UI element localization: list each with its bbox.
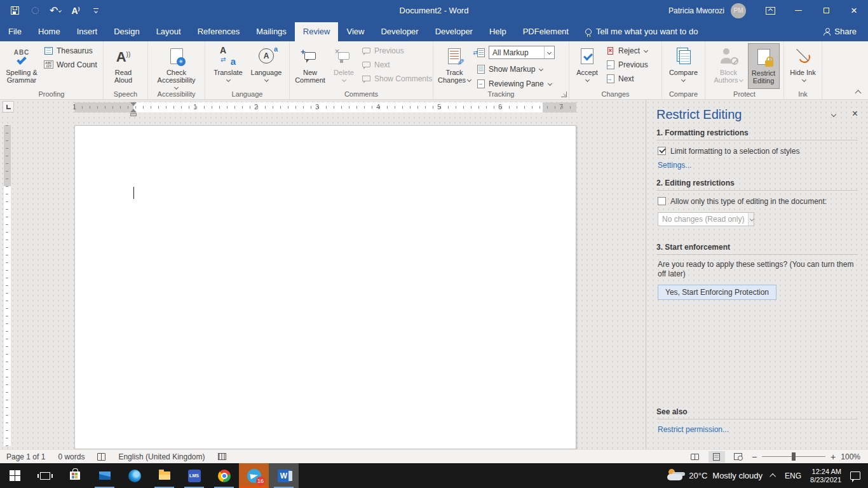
display-for-review-combo[interactable]: All Markup xyxy=(473,44,557,60)
clock[interactable]: 12:24 AM 8/23/2021 xyxy=(810,468,841,484)
tab-review[interactable]: Review xyxy=(295,22,339,41)
read-aloud-icon: A) xyxy=(72,6,80,16)
thesaurus-icon xyxy=(44,47,53,55)
read-mode-button[interactable] xyxy=(687,451,703,463)
translate-button[interactable]: Aa⇄ Translate xyxy=(209,43,247,89)
tab-developer-1[interactable]: Developer xyxy=(372,22,426,41)
taskbar-word[interactable]: W xyxy=(269,463,299,488)
restrict-editing-button[interactable]: Restrict Editing xyxy=(748,43,780,89)
zoom-in-button[interactable]: + xyxy=(831,452,836,462)
settings-link[interactable]: Settings... xyxy=(658,161,858,170)
close-button[interactable]: × xyxy=(840,0,868,21)
action-center-icon[interactable] xyxy=(850,471,860,480)
track-changes-button[interactable]: Track Changes xyxy=(435,43,473,89)
avatar[interactable]: PM xyxy=(731,3,746,18)
document-page[interactable] xyxy=(74,125,576,449)
next-change-button[interactable]: Next xyxy=(603,72,650,85)
hide-ink-button[interactable]: Hide Ink xyxy=(788,43,818,89)
compare-button[interactable]: Compare xyxy=(665,43,702,89)
horizontal-ruler[interactable]: 1 1 2 3 4 5 6 7 xyxy=(74,102,576,112)
thesaurus-button[interactable]: Thesaurus xyxy=(41,44,99,57)
zoom-slider-thumb[interactable] xyxy=(792,452,796,461)
ribbon-display-options-button[interactable] xyxy=(756,0,784,21)
web-layout-button[interactable] xyxy=(730,451,747,463)
check-accessibility-button[interactable]: Check Accessibility xyxy=(151,43,202,89)
combo-dropdown-button[interactable] xyxy=(544,46,554,58)
tab-design[interactable]: Design xyxy=(105,22,147,41)
input-language[interactable]: ENG xyxy=(785,471,801,480)
tracking-dialog-launcher[interactable] xyxy=(561,92,567,97)
tab-mailings[interactable]: Mailings xyxy=(248,22,295,41)
hanging-indent-marker[interactable] xyxy=(130,109,137,112)
reject-button[interactable]: × Reject xyxy=(603,44,650,57)
macro-recording-icon[interactable] xyxy=(218,453,226,460)
user-name[interactable]: Patricia Mworozi xyxy=(668,6,724,15)
tab-layout[interactable]: Layout xyxy=(148,22,189,41)
task-view-button[interactable] xyxy=(30,463,60,488)
weather-widget[interactable]: 20°C Mostly cloudy xyxy=(667,471,763,480)
taskbar-store[interactable] xyxy=(60,463,90,488)
taskbar-edge[interactable] xyxy=(119,463,149,488)
see-also-header: See also xyxy=(656,407,858,419)
show-markup-icon xyxy=(477,65,485,74)
chevron-down-icon xyxy=(801,78,806,82)
taskbar-file-explorer[interactable] xyxy=(149,463,179,488)
start-enforcing-protection-button[interactable]: Yes, Start Enforcing Protection xyxy=(658,285,776,300)
tab-references[interactable]: References xyxy=(189,22,248,41)
proofing-status-icon[interactable] xyxy=(97,453,105,461)
zoom-slider[interactable] xyxy=(762,456,825,457)
print-layout-icon xyxy=(713,453,720,461)
restore-button[interactable] xyxy=(812,0,840,21)
tab-help[interactable]: Help xyxy=(481,22,515,41)
first-line-indent-marker[interactable] xyxy=(130,102,137,106)
restrict-permission-link[interactable]: Restrict permission... xyxy=(658,425,858,434)
language-indicator[interactable]: English (United Kingdom) xyxy=(118,452,205,461)
zoom-out-button[interactable]: − xyxy=(752,452,757,462)
spelling-grammar-button[interactable]: ABC Spelling & Grammar xyxy=(2,43,41,89)
allow-editing-checkbox-row[interactable]: Allow only this type of editing in the d… xyxy=(658,197,858,206)
taskbar-chrome[interactable] xyxy=(209,463,239,488)
previous-comment-icon xyxy=(362,48,370,53)
taskbar-mail[interactable] xyxy=(90,463,119,488)
show-markup-button[interactable]: Show Markup xyxy=(473,63,557,75)
limit-formatting-checkbox[interactable] xyxy=(658,147,666,155)
previous-change-button[interactable]: Previous xyxy=(603,58,650,71)
tab-home[interactable]: Home xyxy=(30,22,69,41)
pane-menu-chevron-icon[interactable] xyxy=(831,112,836,117)
limit-formatting-checkbox-row[interactable]: Limit formatting to a selection of style… xyxy=(658,147,858,156)
customize-qat-button[interactable] xyxy=(90,5,102,17)
new-comment-button[interactable]: + New Comment xyxy=(292,43,329,89)
tab-developer-2[interactable]: Developer xyxy=(427,22,481,41)
word-count-button[interactable]: ABC123 Word Count xyxy=(41,58,99,71)
pane-close-icon[interactable]: × xyxy=(852,109,858,119)
minimize-button[interactable] xyxy=(784,0,812,21)
page-indicator[interactable]: Page 1 of 1 xyxy=(6,452,45,461)
vertical-ruler[interactable] xyxy=(4,125,11,446)
zoom-level[interactable]: 100% xyxy=(841,452,860,461)
read-aloud-button[interactable]: A)) Read Aloud xyxy=(105,43,141,89)
tab-file[interactable]: File xyxy=(0,22,30,41)
collapse-ribbon-button[interactable] xyxy=(855,90,862,97)
read-aloud-qat-button[interactable]: A) xyxy=(70,5,81,17)
share-button[interactable]: Share xyxy=(812,22,868,41)
tab-insert[interactable]: Insert xyxy=(69,22,106,41)
word-count-indicator[interactable]: 0 words xyxy=(58,452,85,461)
left-indent-marker[interactable] xyxy=(130,113,137,116)
taskbar-lms-app[interactable]: LMS xyxy=(179,463,209,488)
tray-overflow-chevron-icon[interactable] xyxy=(770,473,776,480)
mail-icon xyxy=(99,471,111,480)
print-layout-button[interactable] xyxy=(709,451,725,463)
taskbar-telegram[interactable]: 16 xyxy=(239,463,269,488)
reviewing-pane-button[interactable]: Reviewing Pane xyxy=(473,78,557,90)
tab-view[interactable]: View xyxy=(338,22,372,41)
undo-button[interactable]: ↶ xyxy=(50,5,61,17)
accept-button[interactable]: Accept xyxy=(571,43,603,89)
save-button[interactable] xyxy=(9,5,20,17)
language-button[interactable]: A Language xyxy=(247,43,285,89)
tab-pdfelement[interactable]: PDFelement xyxy=(515,22,577,41)
tell-me-box[interactable]: Tell me what you want to do xyxy=(577,22,706,41)
tab-stop-selector[interactable] xyxy=(3,101,14,112)
allow-editing-checkbox[interactable] xyxy=(658,197,666,205)
read-mode-icon xyxy=(691,454,699,460)
start-button[interactable] xyxy=(0,463,30,488)
